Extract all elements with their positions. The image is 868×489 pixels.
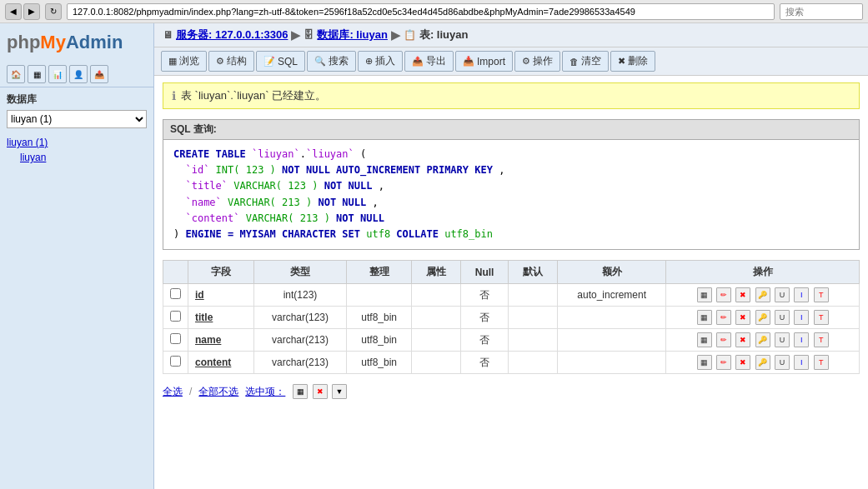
breadcrumb: 🖥 服务器: 127.0.0.1:3306 ▶ 🗄 数据库: liuyan ▶ … — [154, 23, 868, 47]
action-browse-0[interactable]: ▦ — [697, 287, 712, 302]
db-icon: 🗄 — [304, 29, 314, 41]
refresh-button[interactable]: ↻ — [45, 3, 62, 20]
action-edit-2[interactable]: ✏ — [716, 332, 731, 347]
field-collation-3: utf8_bin — [347, 352, 412, 374]
action-unique-0[interactable]: U — [775, 287, 790, 302]
search-btn[interactable]: 🔍搜索 — [307, 51, 356, 72]
row-checkbox-3[interactable] — [170, 356, 181, 367]
structure-btn[interactable]: ⚙结构 — [208, 51, 254, 72]
sidebar: phpMyAdmin 🏠 ▦ 📊 👤 📤 数据库 liuyan (1) liuy… — [0, 23, 154, 489]
action-primary-2[interactable]: 🔑 — [755, 332, 770, 347]
table-row: title varchar(123) utf8_bin 否 ▦ ✏ ✖ 🔑 U … — [163, 307, 860, 329]
toolbar: ▦浏览 ⚙结构 📝SQL 🔍搜索 ⊕插入 📤导出 📥Import ⚙操作 🗑清空… — [154, 47, 868, 76]
field-null-1: 否 — [461, 307, 509, 329]
delete-btn[interactable]: ✖删除 — [610, 51, 655, 72]
server-link[interactable]: 服务器: 127.0.0.1:3306 — [176, 27, 288, 42]
sql-btn[interactable]: 📝SQL — [256, 51, 305, 72]
action-edit-0[interactable]: ✏ — [716, 287, 731, 302]
action-fulltext-1[interactable]: T — [814, 310, 829, 325]
db-tree-sub[interactable]: liuyan — [7, 150, 147, 163]
action-index-1[interactable]: I — [794, 310, 809, 325]
action-index-3[interactable]: I — [794, 355, 809, 370]
browse-btn[interactable]: ▦浏览 — [161, 51, 207, 72]
field-type-0: int(123) — [253, 284, 346, 307]
field-attributes-3 — [412, 352, 461, 374]
action-primary-0[interactable]: 🔑 — [755, 287, 770, 302]
action-edit-1[interactable]: ✏ — [716, 310, 731, 325]
sql-icon[interactable]: ▦ — [28, 65, 46, 83]
insert-btn[interactable]: ⊕插入 — [358, 51, 403, 72]
row-checkbox-0[interactable] — [170, 288, 181, 299]
info-text: 表 `liuyan`.`liuyan` 已经建立。 — [181, 88, 326, 103]
action-cell-2: ▦ ✏ ✖ 🔑 U I T — [666, 329, 860, 352]
action-delete-0[interactable]: ✖ — [735, 287, 750, 302]
table-row: name varchar(213) utf8_bin 否 ▦ ✏ ✖ 🔑 U I… — [163, 329, 860, 352]
select-none-link[interactable]: 全部不选 — [198, 385, 238, 399]
row-checkbox-1[interactable] — [170, 311, 181, 322]
field-name-3: content — [188, 352, 254, 374]
action-index-0[interactable]: I — [794, 287, 809, 302]
export-icon[interactable]: 📤 — [90, 65, 108, 83]
action-primary-1[interactable]: 🔑 — [755, 310, 770, 325]
field-attributes-1 — [412, 307, 461, 329]
operation-btn[interactable]: ⚙操作 — [514, 51, 560, 72]
action-delete-2[interactable]: ✖ — [735, 332, 750, 347]
content-area: 🖥 服务器: 127.0.0.1:3306 ▶ 🗄 数据库: liuyan ▶ … — [154, 23, 868, 489]
select-all-link[interactable]: 全选 — [163, 385, 183, 399]
browser-search[interactable] — [780, 3, 863, 20]
db-tree-item[interactable]: liuyan (1) — [7, 135, 147, 150]
field-null-3: 否 — [461, 352, 509, 374]
url-bar[interactable] — [67, 3, 775, 20]
empty-btn[interactable]: 🗑清空 — [562, 51, 609, 72]
col-extra: 额外 — [557, 261, 665, 284]
row-checkbox-2[interactable] — [170, 333, 181, 344]
user-icon[interactable]: 👤 — [69, 65, 88, 83]
action-unique-3[interactable]: U — [775, 355, 790, 370]
forward-button[interactable]: ▶ — [23, 3, 40, 20]
field-extra-0: auto_increment — [557, 284, 665, 307]
sep2: ▶ — [391, 28, 400, 42]
action-cell-1: ▦ ✏ ✖ 🔑 U I T — [666, 307, 860, 329]
action-unique-1[interactable]: U — [775, 310, 790, 325]
with-selected-link[interactable]: 选中项： — [245, 385, 285, 399]
field-default-2 — [509, 329, 558, 352]
action-index-2[interactable]: I — [794, 332, 809, 347]
import-btn[interactable]: 📥Import — [455, 51, 513, 72]
footer-action3[interactable]: ▼ — [332, 384, 347, 399]
action-delete-1[interactable]: ✖ — [735, 310, 750, 325]
sql-line-6: ) ENGINE = MYISAM CHARACTER SET utf8 COL… — [173, 227, 849, 242]
export-btn[interactable]: 📤导出 — [404, 51, 454, 72]
col-checkbox — [163, 261, 188, 284]
field-type-1: varchar(123) — [253, 307, 346, 329]
action-primary-3[interactable]: 🔑 — [755, 355, 770, 370]
field-collation-1: utf8_bin — [347, 307, 412, 329]
table-icon: 📋 — [404, 29, 416, 41]
db-select[interactable]: liuyan (1) — [7, 110, 147, 128]
action-fulltext-0[interactable]: T — [814, 287, 829, 302]
action-browse-3[interactable]: ▦ — [697, 355, 712, 370]
col-type: 类型 — [253, 261, 346, 284]
field-collation-0 — [347, 284, 412, 307]
action-browse-1[interactable]: ▦ — [697, 310, 712, 325]
action-delete-3[interactable]: ✖ — [735, 355, 750, 370]
field-name-0: id — [188, 284, 254, 307]
field-attributes-0 — [412, 284, 461, 307]
home-icon[interactable]: 🏠 — [7, 65, 25, 83]
action-unique-2[interactable]: U — [775, 332, 790, 347]
field-default-3 — [509, 352, 558, 374]
table-row: content varchar(213) utf8_bin 否 ▦ ✏ ✖ 🔑 … — [163, 352, 860, 374]
db-link[interactable]: 数据库: liuyan — [317, 27, 388, 42]
action-edit-3[interactable]: ✏ — [716, 355, 731, 370]
table-container: 字段 类型 整理 属性 Null 默认 额外 操作 id int(123) 否 — [163, 260, 860, 374]
action-fulltext-2[interactable]: T — [814, 332, 829, 347]
action-fulltext-3[interactable]: T — [814, 355, 829, 370]
status-icon[interactable]: 📊 — [48, 65, 67, 83]
back-button[interactable]: ◀ — [5, 3, 22, 20]
action-browse-2[interactable]: ▦ — [697, 332, 712, 347]
sql-line-1: CREATE TABLE `liuyan`.`liuyan` ( — [173, 147, 849, 162]
action-cell-3: ▦ ✏ ✖ 🔑 U I T — [666, 352, 860, 374]
browser-chrome: ◀ ▶ ↻ — [0, 0, 868, 23]
footer-action2[interactable]: ✖ — [313, 384, 328, 399]
footer-action1[interactable]: ▦ — [293, 384, 308, 399]
server-icon: 🖥 — [163, 29, 173, 41]
